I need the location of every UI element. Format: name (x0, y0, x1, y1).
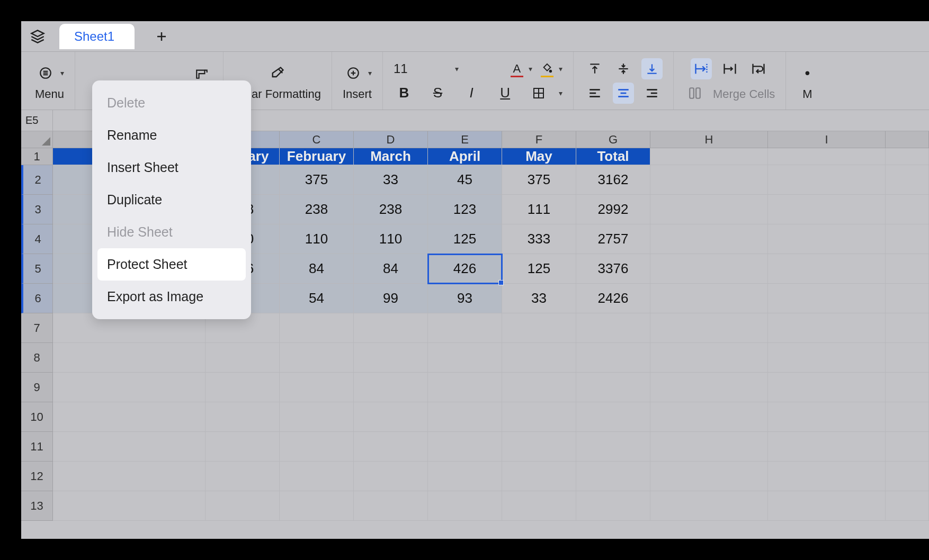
cell-D5[interactable]: 84 (354, 254, 428, 284)
text-color-icon[interactable]: A (506, 58, 528, 79)
cell-I5[interactable] (768, 254, 886, 284)
cell-F2[interactable]: 375 (502, 165, 576, 195)
cell-E2[interactable]: 45 (428, 165, 502, 195)
cell-F5[interactable]: 125 (502, 254, 576, 284)
more-dot-icon[interactable]: • (797, 62, 818, 84)
cell-E1[interactable]: April (428, 148, 502, 165)
cell-E4[interactable]: 125 (428, 224, 502, 254)
menu-icon[interactable] (35, 62, 56, 84)
cell-I2[interactable] (768, 165, 886, 195)
cell-E5[interactable]: 426 (428, 254, 502, 284)
col-header-I[interactable]: I (768, 131, 886, 148)
chevron-down-icon[interactable]: ▾ (368, 69, 372, 77)
cell-F6[interactable]: 33 (502, 284, 576, 313)
sheet-tab-active[interactable]: Sheet1 (59, 24, 135, 49)
menu-item-export-image[interactable]: Export as Image (97, 281, 246, 313)
cell-I4[interactable] (768, 224, 886, 254)
strikethrough-icon[interactable]: S (427, 83, 449, 104)
borders-icon[interactable] (528, 83, 549, 104)
chevron-down-icon[interactable]: ▾ (529, 65, 532, 73)
valign-top-icon[interactable] (584, 58, 605, 79)
cell-D3[interactable]: 238 (354, 195, 428, 224)
cell-G6[interactable]: 2426 (576, 284, 650, 313)
cell-H2[interactable] (650, 165, 768, 195)
fill-color-icon[interactable] (537, 58, 558, 79)
font-size-input[interactable]: 11 (394, 61, 420, 76)
cell-H4[interactable] (650, 224, 768, 254)
cell-H1[interactable] (650, 148, 768, 165)
cell-C4[interactable]: 110 (280, 224, 354, 254)
cell-G1[interactable]: Total (576, 148, 650, 165)
row-header-3[interactable]: 3 (21, 195, 53, 224)
italic-icon[interactable]: I (461, 83, 482, 104)
cell-E6[interactable]: 93 (428, 284, 502, 313)
row-header-12[interactable]: 12 (21, 462, 53, 491)
cell-I6[interactable] (768, 284, 886, 313)
menu-item-insert-sheet[interactable]: Insert Sheet (97, 151, 246, 184)
name-box[interactable]: E5 (21, 110, 53, 131)
cell-D2[interactable]: 33 (354, 165, 428, 195)
layers-icon[interactable] (25, 24, 50, 49)
row-header-13[interactable]: 13 (21, 491, 53, 521)
add-sheet-button[interactable] (150, 25, 173, 48)
cell-I1[interactable] (768, 148, 886, 165)
col-header-F[interactable]: F (502, 131, 576, 148)
cell-H3[interactable] (650, 195, 768, 224)
cell-D1[interactable]: March (354, 148, 428, 165)
underline-icon[interactable]: U (495, 83, 516, 104)
cell-G3[interactable]: 2992 (576, 195, 650, 224)
row-header-11[interactable]: 11 (21, 432, 53, 462)
font-group: 11 ▾ A ▾ ▾ B S (383, 52, 574, 110)
wrap-text-icon[interactable] (748, 58, 769, 79)
col-header-E[interactable]: E (428, 131, 502, 148)
row-header-5[interactable]: 5 (21, 254, 53, 284)
select-all-corner[interactable] (21, 131, 53, 148)
chevron-down-icon[interactable]: ▾ (60, 69, 64, 77)
row-header-7[interactable]: 7 (21, 313, 53, 343)
row-header-1[interactable]: 1 (21, 148, 53, 165)
chevron-down-icon[interactable]: ▾ (559, 65, 562, 73)
align-center-icon[interactable] (613, 83, 634, 104)
cell-F4[interactable]: 333 (502, 224, 576, 254)
row-header-2[interactable]: 2 (21, 165, 53, 195)
cell-G4[interactable]: 2757 (576, 224, 650, 254)
cell-F1[interactable]: May (502, 148, 576, 165)
row-header-4[interactable]: 4 (21, 224, 53, 254)
bold-icon[interactable]: B (394, 83, 415, 104)
align-right-icon[interactable] (641, 83, 663, 104)
cell-C1[interactable]: February (280, 148, 354, 165)
menu-item-protect-sheet[interactable]: Protect Sheet (97, 248, 246, 281)
chevron-down-icon[interactable]: ▾ (455, 65, 459, 73)
valign-bottom-icon[interactable] (641, 58, 663, 79)
wrap-overflow-icon[interactable] (691, 58, 712, 79)
cell-I3[interactable] (768, 195, 886, 224)
menu-item-rename[interactable]: Rename (97, 119, 246, 151)
cell-C6[interactable]: 54 (280, 284, 354, 313)
align-left-icon[interactable] (584, 83, 605, 104)
cell-C5[interactable]: 84 (280, 254, 354, 284)
cell-D4[interactable]: 110 (354, 224, 428, 254)
cell-H6[interactable] (650, 284, 768, 313)
row-header-10[interactable]: 10 (21, 402, 53, 432)
cell-G5[interactable]: 3376 (576, 254, 650, 284)
chevron-down-icon[interactable]: ▾ (559, 89, 562, 97)
row-header-8[interactable]: 8 (21, 343, 53, 373)
insert-icon[interactable] (343, 62, 364, 84)
cell-C3[interactable]: 238 (280, 195, 354, 224)
cell-D6[interactable]: 99 (354, 284, 428, 313)
cell-E3[interactable]: 123 (428, 195, 502, 224)
row-header-9[interactable]: 9 (21, 373, 53, 402)
cell-F3[interactable]: 111 (502, 195, 576, 224)
wrap-clip-icon[interactable] (719, 58, 740, 79)
eraser-icon[interactable] (267, 62, 288, 84)
col-header-G[interactable]: G (576, 131, 650, 148)
menu-item-duplicate[interactable]: Duplicate (97, 184, 246, 216)
col-header-D[interactable]: D (354, 131, 428, 148)
cell-H5[interactable] (650, 254, 768, 284)
col-header-H[interactable]: H (650, 131, 768, 148)
row-header-6[interactable]: 6 (21, 284, 53, 313)
cell-C2[interactable]: 375 (280, 165, 354, 195)
col-header-C[interactable]: C (280, 131, 354, 148)
valign-middle-icon[interactable] (613, 58, 634, 79)
cell-G2[interactable]: 3162 (576, 165, 650, 195)
